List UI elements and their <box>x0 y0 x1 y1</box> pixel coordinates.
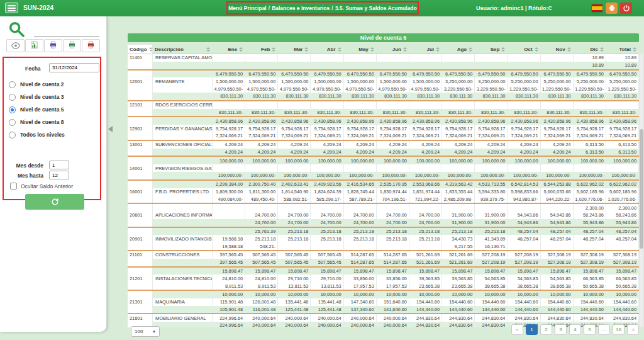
cell-value: 2,430,858.96 <box>409 117 442 125</box>
page-button-2[interactable]: 2 <box>540 324 552 335</box>
cell-value <box>344 101 377 109</box>
printer-green-icon <box>68 40 76 52</box>
table-row: 11401RESERVAS CAPITAL AMORTIZA10.8910.89 <box>128 54 639 62</box>
prev-page-button[interactable]: < <box>511 324 523 335</box>
breadcrumb-item[interactable]: Menú Principal <box>228 5 266 11</box>
cell-value: 10,000.00 <box>475 291 508 298</box>
page-button-4[interactable]: 4 <box>569 324 581 335</box>
collapse-sidebar-handle[interactable] <box>108 126 113 132</box>
printer-purple-button[interactable] <box>44 39 62 52</box>
column-header-ene[interactable]: Ene <box>213 45 245 54</box>
cell-value: 514,287.65 <box>344 251 377 259</box>
cell-value: 100,000.00 <box>442 157 475 164</box>
page-button-1[interactable]: 1 <box>526 324 538 335</box>
cell-descripcion <box>153 282 213 290</box>
radio-nivel-de-cuenta-5[interactable]: Nivel de cuenta 5 <box>9 103 65 116</box>
printer-red-button[interactable] <box>82 39 100 52</box>
breadcrumb-highlight-box: Menú Principal/Balances e Inventarios/3.… <box>226 1 419 14</box>
cell-value: 8,911.53 <box>245 282 278 290</box>
column-header-jun[interactable]: Jun <box>377 45 409 54</box>
export-image-button[interactable] <box>25 39 43 52</box>
cell-value: 25,213.18 <box>344 235 377 242</box>
column-header-mar[interactable]: Mar <box>278 45 311 54</box>
cell-value: 125,441.48 <box>311 306 343 314</box>
pagination: <12345...16> <box>511 324 639 335</box>
page-size-select[interactable]: 100 ▼ <box>131 326 160 337</box>
vertical-scrollbar[interactable] <box>640 54 643 327</box>
column-header-may[interactable]: May <box>344 45 377 54</box>
column-header-total[interactable]: Total <box>606 45 639 54</box>
column-label: Oct <box>524 47 532 52</box>
column-header-feb[interactable]: Feb <box>245 45 278 54</box>
cell-value: 4,979,550.50- <box>409 85 442 93</box>
hamburger-menu-icon[interactable] <box>5 3 18 13</box>
cell-value: 548.21- <box>245 242 278 250</box>
column-header-abr[interactable]: Abr <box>311 45 343 54</box>
cell-value <box>606 242 639 250</box>
breadcrumb-separator: / <box>330 5 335 11</box>
cell-value: 15,898.47 <box>442 268 475 275</box>
cell-value <box>278 62 311 69</box>
cell-value: 38,665.38 <box>508 282 540 290</box>
cell-value: 9,754,928.17 <box>409 125 442 132</box>
cell-value: 2,409,923.56 <box>311 181 343 188</box>
table-row: 4,209.244,209.244,209.244,209.244,209.24… <box>128 149 639 156</box>
column-header-código[interactable]: Código <box>128 45 153 54</box>
column-label: May <box>358 47 369 52</box>
radio-nivel-de-cuenta-3[interactable]: Nivel de cuenta 3 <box>9 91 65 103</box>
cell-descripcion <box>153 268 213 275</box>
eye-button[interactable] <box>6 39 25 52</box>
page-button-16[interactable]: 16 <box>613 324 625 335</box>
scrollbar-thumb[interactable] <box>640 129 643 249</box>
cell-value: 7,324,069.21 <box>213 132 245 140</box>
cell-value: 830,111.30- <box>245 109 278 116</box>
logout-button[interactable] <box>620 3 632 14</box>
ocultar-saldo-checkbox[interactable]: Ocultar Saldo Anterior <box>10 183 73 190</box>
cell-value: 6,542,814.53 <box>508 181 540 188</box>
cell-value: 240,000.64 <box>377 314 409 322</box>
sidebar-toolbar <box>6 39 101 52</box>
cell-value <box>508 62 540 69</box>
cell-value: 116,001.48 <box>245 306 278 314</box>
column-header-sep[interactable]: Sep <box>475 45 508 54</box>
print-button[interactable] <box>606 3 618 14</box>
cell-value: 244,830.64 <box>409 322 442 327</box>
next-page-button[interactable]: > <box>627 324 639 335</box>
column-header-jul[interactable]: Jul <box>409 45 442 54</box>
cell-value: 31,900.00 <box>475 212 508 219</box>
column-label: Código <box>130 47 147 52</box>
cell-value: 240,000.64 <box>245 322 278 327</box>
column-header-descripción[interactable]: Descripción <box>153 45 213 54</box>
radio-nivel-de-cuenta-2[interactable]: Nivel de cuenta 2 <box>9 78 65 91</box>
page-button-3[interactable]: 3 <box>555 324 567 335</box>
radio-nivel-de-cuenta-8[interactable]: Nivel de cuenta 8 <box>9 116 65 128</box>
fecha-input[interactable] <box>49 63 99 72</box>
table-row: 13001SUBVENCIONES OFICIALES4,209.244,209… <box>128 141 639 149</box>
column-header-nov[interactable]: Nov <box>541 45 574 54</box>
cell-codigo: 16001 <box>128 188 153 196</box>
page-button-5[interactable]: 5 <box>584 324 596 335</box>
cell-value: 48,257.04 <box>541 235 574 242</box>
cell-value: 240,000.64 <box>278 322 311 327</box>
spain-flag-icon[interactable] <box>592 4 602 12</box>
cell-value: 25,213.18 <box>311 228 343 235</box>
breadcrumb-item[interactable]: 3.5. Sumas y Saldos Acumulado <box>335 5 417 11</box>
cell-value: 9,754,928.17 <box>311 125 343 132</box>
mes-hasta-input[interactable] <box>49 171 69 179</box>
cell-value: 10,000.00 <box>442 291 475 298</box>
table-row: 20601APLICACIONES INFORMATICAS24,700.002… <box>128 212 639 219</box>
chevron-down-icon: ▼ <box>152 330 156 334</box>
cell-value: 6,622,962.02 <box>606 181 639 188</box>
column-header-dic[interactable]: Dic <box>574 45 606 54</box>
printer-green-button[interactable] <box>63 39 81 52</box>
column-header-ago[interactable]: Ago <box>442 45 475 54</box>
breadcrumb-item[interactable]: Balances e Inventarios <box>272 5 330 11</box>
mes-desde-input[interactable] <box>49 161 69 169</box>
search-input[interactable] <box>34 28 99 37</box>
refresh-button[interactable] <box>25 194 84 210</box>
column-header-oct[interactable]: Oct <box>508 45 540 54</box>
cell-value: 100,000.00- <box>442 172 475 179</box>
sort-icon <box>206 47 210 52</box>
cell-value: 48,257.04 <box>541 228 574 235</box>
radio-todos-los-niveles[interactable]: Todos los niveles <box>9 128 65 141</box>
